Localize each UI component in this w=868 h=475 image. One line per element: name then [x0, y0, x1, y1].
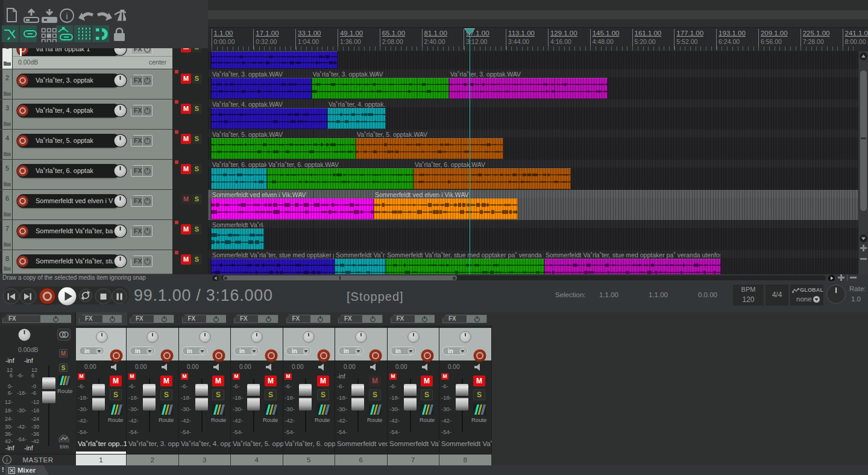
svg-text:i: i — [66, 11, 68, 21]
